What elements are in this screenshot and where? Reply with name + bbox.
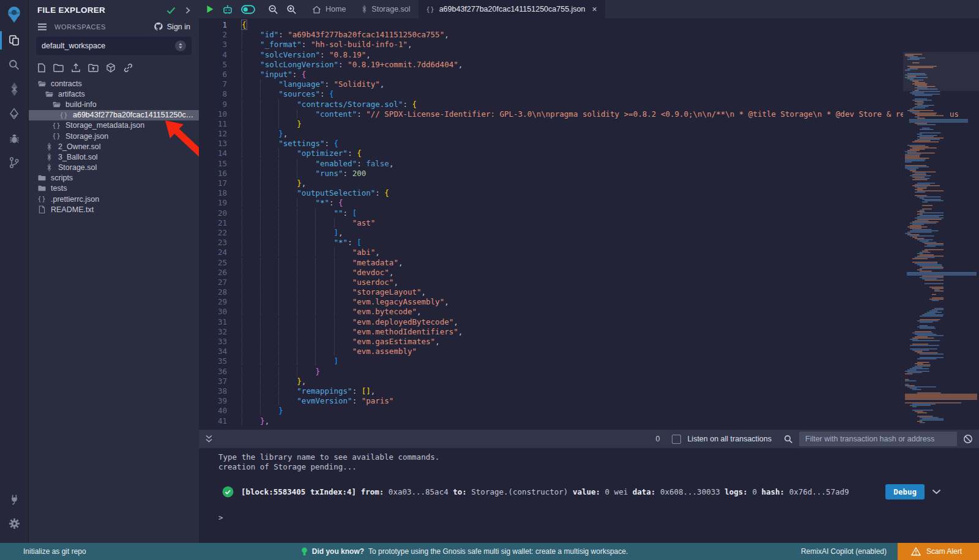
tree-item[interactable]: tests — [29, 183, 199, 194]
tree-item[interactable]: 3_Ballot.sol — [29, 152, 199, 162]
tree-item[interactable]: contracts — [29, 78, 199, 89]
zoom-in-icon[interactable] — [286, 4, 297, 15]
editor-line[interactable]: 22 ], — [199, 228, 979, 238]
editor-line[interactable]: 2 "id": "a69b43f277ba20fcac141151250ca75… — [199, 30, 979, 40]
tree-item[interactable]: {}a69b43f277ba20fcac141151250ca7… — [29, 110, 199, 120]
sidebar-item-settings[interactable] — [0, 511, 29, 536]
sign-in-button[interactable]: Sign in — [154, 22, 190, 31]
upload-file-icon[interactable] — [71, 63, 81, 73]
editor-line[interactable]: 18 "outputSelection": { — [199, 188, 979, 198]
close-icon[interactable]: × — [592, 4, 597, 14]
editor-line[interactable]: 29 "evm.legacyAssembly", — [199, 297, 979, 307]
editor-line[interactable]: 30 "evm.bytecode", — [199, 307, 979, 317]
editor-line[interactable]: 8 "sources": { — [199, 89, 979, 99]
editor-line[interactable]: 10 "content": "// SPDX-License-Identifie… — [199, 109, 979, 119]
line-number: 39 — [199, 396, 242, 406]
tab-a69b43f277ba20fcac141151250ca755-json[interactable]: {}a69b43f277ba20fcac141151250ca755.json× — [419, 0, 605, 18]
new-file-icon[interactable] — [37, 63, 46, 73]
editor-line[interactable]: 7 "language": "Solidity", — [199, 79, 979, 89]
terminal-search-icon[interactable] — [784, 435, 793, 444]
check-icon[interactable] — [166, 7, 176, 14]
run-script-button[interactable] — [206, 5, 214, 13]
code-editor[interactable]: 1{2 "id": "a69b43f277ba20fcac141151250ca… — [199, 18, 979, 430]
minimap[interactable] — [903, 18, 979, 430]
workspace-select[interactable]: default_workspace — [36, 37, 192, 55]
debug-button[interactable]: Debug — [885, 484, 925, 499]
terminal-collapse-button[interactable] — [205, 435, 213, 443]
editor-line[interactable]: 33 "evm.gasEstimates", — [199, 337, 979, 347]
editor-line[interactable]: 39 "evmVersion": "paris" — [199, 396, 979, 406]
sidebar-item-search[interactable] — [0, 53, 29, 77]
editor-line[interactable]: 11 } — [199, 119, 979, 129]
remixai-copilot-status[interactable]: RemixAI Copilot (enabled) — [801, 547, 887, 556]
tab-home[interactable]: Home — [304, 0, 354, 18]
new-folder-icon[interactable] — [53, 64, 64, 72]
scam-alert-button[interactable]: Scam Alert — [898, 543, 979, 560]
sidebar-item-plugin-manager[interactable] — [0, 487, 29, 511]
editor-line[interactable]: 37 }, — [199, 377, 979, 386]
cube-icon[interactable] — [106, 63, 116, 73]
tree-item[interactable]: Storage.sol — [29, 163, 199, 173]
remix-logo-icon[interactable] — [0, 0, 29, 28]
zoom-out-icon[interactable] — [268, 4, 278, 15]
tab-storage-sol[interactable]: Storage.sol — [354, 0, 418, 18]
editor-line[interactable]: 19 "*": { — [199, 198, 979, 208]
editor-line[interactable]: 32 "evm.methodIdentifiers", — [199, 327, 979, 337]
tree-item[interactable]: {}Storage.json — [29, 131, 199, 141]
listen-transactions-checkbox[interactable] — [672, 435, 681, 444]
editor-line[interactable]: 20 "": [ — [199, 208, 979, 218]
editor-line[interactable]: 38 "remappings": [], — [199, 386, 979, 396]
editor-line[interactable]: 36 } — [199, 367, 979, 377]
sidebar-item-debugger[interactable] — [0, 126, 29, 150]
terminal-prompt[interactable]: > — [218, 513, 979, 522]
chevron-right-icon[interactable] — [185, 7, 190, 14]
editor-line[interactable]: 3 "_format": "hh-sol-build-info-1", — [199, 40, 979, 50]
scam-alert-label: Scam Alert — [926, 547, 962, 556]
tree-item[interactable]: artifacts — [29, 89, 199, 99]
editor-line[interactable]: 25 "metadata", — [199, 258, 979, 268]
editor-line[interactable]: 13 "settings": { — [199, 139, 979, 149]
editor-line[interactable]: 23 "*": [ — [199, 238, 979, 248]
editor-line[interactable]: 27 "userdoc", — [199, 278, 979, 287]
sidebar-item-deploy-and-run[interactable] — [0, 101, 29, 126]
editor-line[interactable]: 6 "input": { — [199, 70, 979, 79]
tree-item[interactable]: README.txt — [29, 204, 199, 215]
editor-line[interactable]: 14 "optimizer": { — [199, 149, 979, 158]
transaction-log-row[interactable]: [block:5583405 txIndex:4] from: 0xa03...… — [222, 484, 979, 499]
tx-expand-chevron-icon[interactable] — [932, 489, 941, 495]
clear-console-icon[interactable] — [963, 434, 973, 444]
transaction-filter-input[interactable] — [799, 432, 957, 446]
sidebar-item-solidity-compiler[interactable] — [0, 77, 29, 101]
sidebar-item-git[interactable] — [0, 150, 29, 175]
editor-line[interactable]: 17 }, — [199, 179, 979, 188]
editor-line[interactable]: 12 }, — [199, 129, 979, 139]
editor-line[interactable]: 40 } — [199, 406, 979, 416]
editor-line[interactable]: 5 "solcLongVersion": "0.8.19+commit.7dd6… — [199, 60, 979, 70]
editor-line[interactable]: 1{ — [199, 20, 979, 30]
editor-line[interactable]: 21 "ast" — [199, 218, 979, 228]
tree-item[interactable]: {}Storage_metadata.json — [29, 120, 199, 131]
editor-line[interactable]: 28 "storageLayout", — [199, 287, 979, 297]
link-icon[interactable] — [123, 63, 133, 73]
editor-line[interactable]: 41 }, — [199, 416, 979, 426]
editor-line[interactable]: 26 "devdoc", — [199, 268, 979, 278]
editor-line[interactable]: 15 "enabled": false, — [199, 159, 979, 169]
editor-line[interactable]: 24 "abi", — [199, 248, 979, 257]
terminal-body[interactable]: Type the library name to see available c… — [199, 448, 979, 522]
hamburger-menu-icon[interactable] — [37, 23, 47, 31]
editor-line[interactable]: 31 "evm.deployedBytecode", — [199, 317, 979, 327]
editor-line[interactable]: 9 "contracts/Storage.sol": { — [199, 100, 979, 109]
editor-line[interactable]: 16 "runs": 200 — [199, 169, 979, 179]
editor-line[interactable]: 35 ] — [199, 356, 979, 366]
editor-line[interactable]: 4 "solcVersion": "0.8.19", — [199, 50, 979, 60]
sidebar-item-file-explorer[interactable] — [0, 28, 29, 53]
git-init-button[interactable]: Initialize as git repo — [0, 547, 338, 556]
upload-folder-icon[interactable] — [88, 64, 99, 72]
tree-item[interactable]: scripts — [29, 173, 199, 183]
editor-line[interactable]: 34 "evm.assembly" — [199, 347, 979, 356]
tree-item[interactable]: {}.prettierrc.json — [29, 194, 199, 204]
tree-item[interactable]: build-info — [29, 99, 199, 109]
ai-copilot-robot-icon[interactable] — [222, 4, 233, 15]
copilot-toggle[interactable] — [241, 5, 255, 14]
tree-item[interactable]: 2_Owner.sol — [29, 141, 199, 152]
